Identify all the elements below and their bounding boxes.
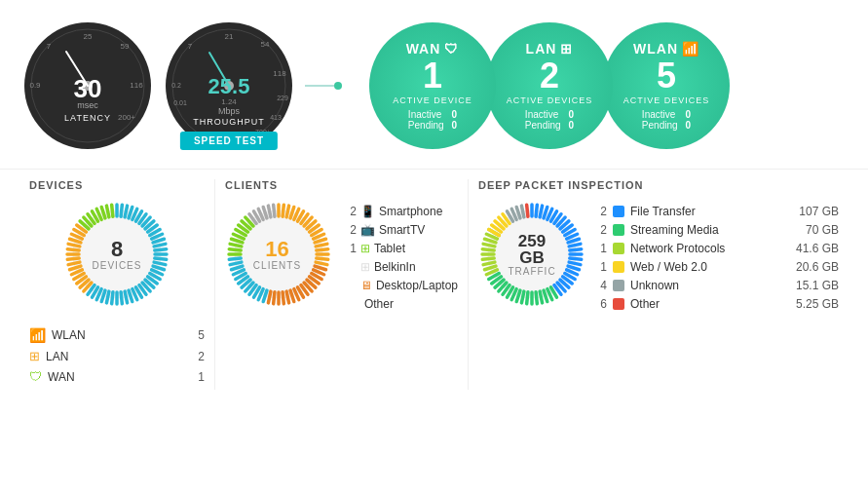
- svg-line-45: [155, 249, 167, 250]
- svg-text:229: 229: [277, 95, 288, 101]
- lan-details: Inactive 0 Pending 0: [525, 109, 574, 131]
- wlan-wifi-icon: 📶: [682, 41, 699, 57]
- devices-panel-title: DEVICES: [29, 179, 205, 191]
- clients-count: 16: [253, 239, 301, 260]
- wan-title: WAN 🛡: [406, 41, 460, 57]
- lan-active-label: ACTIVE DEVICES: [507, 95, 593, 105]
- svg-text:0.01: 0.01: [173, 99, 187, 106]
- clients-inner: 16 CLIENTS 2 📱 Smartphone 2 📺 SmartTV 1: [225, 201, 458, 320]
- svg-text:200+: 200+: [118, 113, 135, 122]
- svg-line-138: [229, 249, 241, 250]
- speed-test-button[interactable]: SPEED TEST: [180, 132, 278, 150]
- devices-panel: DEVICES 8 DEVICES 📶 WLAN 5 ⊞: [19, 179, 214, 390]
- svg-line-166: [569, 244, 581, 246]
- dpi-panel-title: DEEP PACKET INSPECTION: [478, 179, 839, 191]
- dpi-donut-label: 259 GB TRAFFIC: [506, 233, 559, 277]
- svg-text:LATENCY: LATENCY: [64, 113, 111, 123]
- svg-line-62: [112, 292, 113, 304]
- dpi-network-protocols: 1 Network Protocols 41.6 GB: [593, 242, 839, 255]
- lan-circle: LAN ⊞ 2 ACTIVE DEVICES Inactive 0 Pendin…: [486, 22, 613, 149]
- throughput-gauge: 21 54 118 229 413 700+ 0.2 0.01 7 25.5 1…: [161, 18, 297, 154]
- svg-text:21: 21: [225, 32, 234, 41]
- devices-legend: 📶 WLAN 5 ⊞ LAN 2 🛡 WAN 1: [29, 327, 205, 390]
- devices-donut: 8 DEVICES: [63, 201, 170, 308]
- svg-line-59: [125, 291, 127, 303]
- svg-text:1.24: 1.24: [221, 97, 237, 106]
- smarttv-icon: 📺: [360, 223, 375, 237]
- clients-donut-label: 16 CLIENTS: [253, 239, 301, 271]
- svg-line-89: [106, 206, 108, 217]
- dpi-donut: 259 GB TRAFFIC: [478, 201, 585, 308]
- dpi-color-streaming: [613, 224, 624, 236]
- wlan-circle: WLAN 📶 5 ACTIVE DEVICES Inactive 0 Pendi…: [603, 22, 730, 149]
- connector-line: [305, 82, 342, 90]
- client-smarttv: 2 📺 SmartTV: [339, 223, 458, 237]
- svg-line-90: [112, 205, 113, 216]
- svg-text:30: 30: [74, 74, 102, 103]
- latency-gauge: 25 59 116 0.9 7 200+ 30 msec LATENCY: [19, 18, 156, 154]
- svg-line-185: [521, 291, 523, 303]
- svg-line-155: [540, 206, 542, 217]
- svg-line-109: [316, 262, 327, 264]
- svg-line-169: [570, 258, 582, 259]
- svg-line-170: [569, 262, 581, 264]
- svg-text:0.2: 0.2: [171, 82, 181, 89]
- wan-circle: WAN 🛡 1 ACTIVE DEVICE Inactive 0 Pending…: [369, 22, 496, 149]
- wan-active-label: ACTIVE DEVICE: [393, 95, 472, 105]
- svg-text:54: 54: [261, 40, 270, 49]
- wlan-active-label: ACTIVE DEVICES: [623, 95, 710, 105]
- svg-line-47: [155, 258, 167, 259]
- wan-details: Inactive 0 Pending 0: [408, 109, 457, 131]
- svg-text:116: 116: [130, 81, 143, 90]
- svg-text:THROUGHPUT: THROUGHPUT: [193, 117, 265, 127]
- svg-line-154: [536, 205, 537, 216]
- dpi-web: 1 Web / Web 2.0 20.6 GB: [593, 260, 839, 274]
- svg-line-60: [121, 292, 122, 304]
- smartphone-icon: 📱: [360, 205, 375, 218]
- wlan-count: 5: [657, 57, 676, 95]
- dpi-count: 259 GB: [506, 233, 559, 266]
- svg-text:118: 118: [273, 69, 286, 78]
- svg-line-32: [121, 205, 122, 216]
- svg-text:59: 59: [121, 42, 130, 51]
- wan-shield-icon: 🛡: [444, 41, 459, 57]
- wan-legend-icon: 🛡: [29, 369, 42, 384]
- lan-title: LAN ⊞: [526, 41, 574, 57]
- legend-wan: 🛡 WAN 1: [29, 369, 205, 384]
- devices-sub: DEVICES: [93, 260, 142, 271]
- svg-line-77: [67, 249, 79, 250]
- svg-line-108: [317, 258, 328, 259]
- network-circles: WAN 🛡 1 ACTIVE DEVICE Inactive 0 Pending…: [369, 22, 730, 149]
- dpi-other: 6 Other 5.25 GB: [593, 297, 839, 311]
- clients-sub: CLIENTS: [253, 260, 301, 271]
- svg-text:25.5: 25.5: [208, 74, 250, 98]
- svg-line-181: [540, 291, 542, 303]
- legend-lan: ⊞ LAN 2: [29, 349, 205, 363]
- wlan-title: WLAN 📶: [633, 41, 699, 57]
- svg-text:0.9: 0.9: [29, 81, 41, 90]
- dpi-color-web: [613, 261, 624, 273]
- svg-line-48: [154, 262, 166, 264]
- clients-panel: CLIENTS 16 CLIENTS 2 📱 Smartphone 2: [214, 179, 468, 390]
- svg-line-197: [482, 258, 494, 259]
- wlan-details: Inactive 0 Pending 0: [642, 109, 691, 131]
- clients-donut: 16 CLIENTS: [225, 201, 329, 308]
- dpi-color-network: [613, 243, 624, 254]
- devices-donut-container: 8 DEVICES 📶 WLAN 5 ⊞ LAN 2 🛡 WAN: [29, 201, 205, 390]
- svg-line-139: [230, 244, 242, 246]
- dpi-panel: DEEP PACKET INSPECTION 259 GB TRAFFIC 2 …: [468, 179, 849, 390]
- svg-line-78: [68, 244, 80, 246]
- svg-line-136: [229, 258, 241, 259]
- svg-line-199: [482, 249, 494, 250]
- svg-line-74: [68, 262, 80, 264]
- svg-line-75: [67, 258, 79, 259]
- svg-line-120: [286, 291, 288, 303]
- belkin-icon: ⊞: [360, 260, 370, 274]
- dpi-color-file: [613, 206, 624, 217]
- tablet-icon: ⊞: [360, 242, 370, 255]
- svg-line-200: [483, 244, 495, 246]
- svg-line-196: [483, 262, 495, 264]
- dpi-sub: TRAFFIC: [506, 266, 559, 277]
- svg-line-151: [274, 205, 275, 216]
- svg-text:413: 413: [270, 114, 282, 121]
